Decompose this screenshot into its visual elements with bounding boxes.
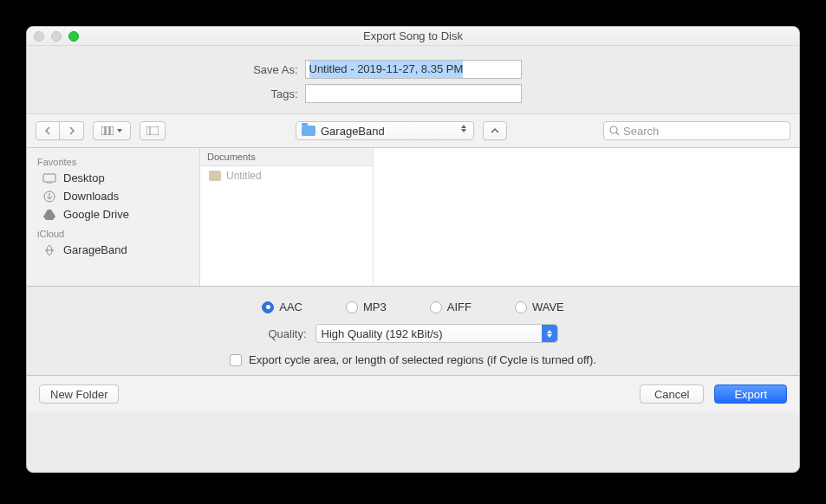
radio-icon	[262, 301, 274, 313]
sidebar-header-favorites: Favorites	[27, 152, 199, 169]
sidebar-item-downloads[interactable]: Downloads	[27, 187, 199, 205]
radio-icon	[346, 301, 358, 313]
radio-label: AAC	[279, 300, 302, 313]
export-dialog: Export Song to Disk Save As: Untitled - …	[26, 26, 800, 473]
cycle-label: Export cycle area, or length of selected…	[249, 353, 596, 366]
window-title: Export Song to Disk	[27, 29, 799, 42]
radio-label: WAVE	[532, 300, 564, 313]
back-button[interactable]	[36, 121, 60, 140]
column-header: Documents	[200, 148, 373, 166]
columns-icon	[101, 126, 114, 135]
sidebar-item-garageband[interactable]: GarageBand	[27, 241, 199, 259]
radio-icon	[430, 301, 442, 313]
zoom-icon[interactable]	[68, 31, 79, 42]
traffic-lights	[34, 31, 79, 42]
radio-icon	[515, 301, 527, 313]
sidebar-item-google-drive[interactable]: Google Drive	[27, 205, 199, 223]
location-name: GarageBand	[321, 125, 385, 138]
preview-pane	[374, 148, 799, 286]
save-as-label: Save As:	[73, 63, 298, 76]
location-popup[interactable]: GarageBand	[296, 121, 474, 140]
sidebar-item-label: Google Drive	[63, 208, 129, 221]
quality-value: High Quality (192 kBit/s)	[322, 327, 443, 340]
svg-rect-3	[146, 126, 159, 135]
radio-mp3[interactable]: MP3	[346, 300, 387, 313]
google-drive-icon	[42, 209, 56, 221]
forward-button[interactable]	[60, 121, 84, 140]
svg-rect-0	[101, 126, 105, 135]
new-folder-button[interactable]: New Folder	[39, 384, 119, 404]
desktop-icon	[42, 172, 56, 184]
project-icon	[209, 171, 221, 181]
sidebar-item-desktop[interactable]: Desktop	[27, 169, 199, 187]
radio-wave[interactable]: WAVE	[515, 300, 564, 313]
quality-select[interactable]: High Quality (192 kBit/s)	[315, 324, 558, 343]
titlebar: Export Song to Disk	[27, 27, 799, 46]
svg-line-6	[616, 132, 619, 135]
export-button[interactable]: Export	[714, 384, 787, 404]
sidebar-icon	[146, 126, 159, 135]
file-browser: Favorites Desktop Downloads Google Drive	[27, 148, 799, 287]
view-segment	[93, 121, 131, 140]
search-field[interactable]: Search	[603, 121, 790, 140]
folder-icon	[302, 126, 315, 136]
tags-label: Tags:	[73, 87, 298, 100]
minimize-icon[interactable]	[51, 31, 62, 42]
sidebar-item-label: Downloads	[63, 190, 119, 203]
downloads-icon	[42, 191, 56, 203]
column-documents: Documents Untitled	[200, 148, 374, 286]
sidebar-toggle-button[interactable]	[140, 121, 166, 140]
close-icon[interactable]	[34, 31, 44, 42]
tags-row: Tags:	[27, 84, 799, 103]
search-icon	[609, 126, 620, 136]
list-item[interactable]: Untitled	[200, 166, 373, 185]
radio-aiff[interactable]: AIFF	[430, 300, 472, 313]
svg-rect-2	[110, 126, 114, 135]
garageband-icon	[42, 244, 56, 256]
sidebar-item-label: Desktop	[63, 171, 105, 184]
radio-aac[interactable]: AAC	[262, 300, 302, 313]
export-options: AAC MP3 AIFF WAVE Quality: High Quality …	[27, 287, 799, 376]
nav-segment	[36, 121, 84, 140]
list-item-label: Untitled	[226, 170, 262, 182]
stepper-icon	[542, 325, 557, 342]
checkbox-icon	[230, 354, 242, 366]
sidebar-item-label: GarageBand	[63, 243, 127, 256]
view-mode-button[interactable]	[93, 121, 131, 140]
browser-toolbar: GarageBand Search	[27, 113, 799, 148]
radio-label: MP3	[363, 300, 387, 313]
format-radios: AAC MP3 AIFF WAVE	[262, 300, 563, 313]
radio-label: AIFF	[447, 300, 472, 313]
quality-label: Quality:	[268, 327, 306, 340]
save-as-field[interactable]: Untitled - 2019-11-27, 8.35 PM	[305, 60, 522, 79]
dialog-footer: New Folder Cancel Export	[27, 376, 799, 412]
save-as-value: Untitled - 2019-11-27, 8.35 PM	[309, 61, 464, 78]
save-as-row: Save As: Untitled - 2019-11-27, 8.35 PM	[27, 60, 799, 79]
svg-rect-7	[43, 174, 55, 182]
sidebar: Favorites Desktop Downloads Google Drive	[27, 148, 200, 286]
collapse-button[interactable]	[483, 121, 507, 140]
tags-field[interactable]	[305, 84, 522, 103]
quality-row: Quality: High Quality (192 kBit/s)	[268, 324, 557, 343]
stepper-icon	[461, 125, 470, 132]
chevron-down-icon	[117, 129, 122, 132]
svg-rect-1	[106, 126, 109, 135]
cycle-checkbox-row[interactable]: Export cycle area, or length of selected…	[230, 353, 596, 366]
cancel-button[interactable]: Cancel	[640, 384, 704, 404]
search-placeholder: Search	[623, 125, 659, 138]
svg-point-5	[610, 126, 617, 133]
chevron-up-icon	[491, 127, 499, 134]
sidebar-header-icloud: iCloud	[27, 223, 199, 241]
